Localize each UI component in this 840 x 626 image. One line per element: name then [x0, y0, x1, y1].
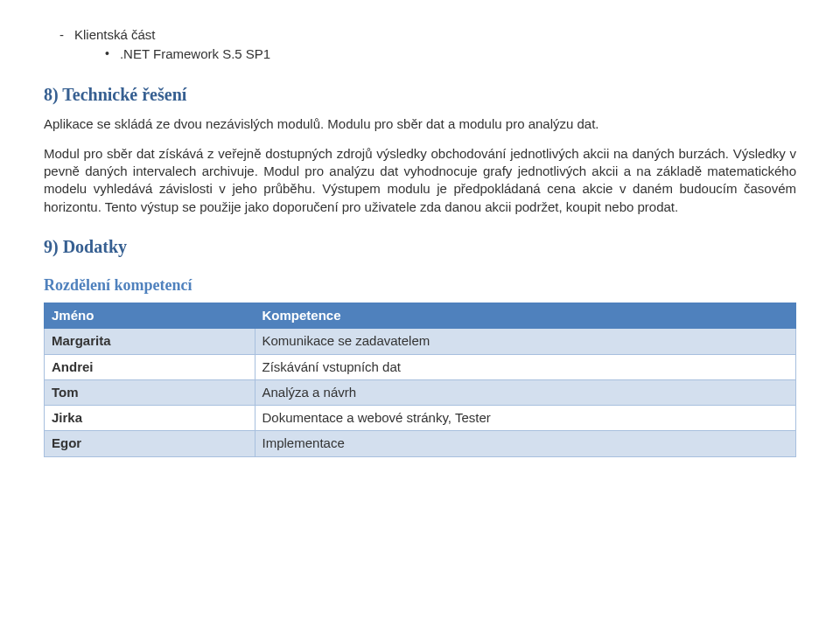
table-row: Tom Analýza a návrh [45, 379, 796, 405]
list-item-text: .NET Framework S.5 SP1 [120, 45, 270, 63]
table-cell: Jirka [45, 406, 256, 431]
dash-icon: - [60, 26, 74, 44]
list-item: .NET Framework S.5 SP1 [44, 45, 796, 63]
table-cell: Implementace [255, 431, 795, 456]
section-heading-8: 8) Technické řešení [44, 83, 796, 107]
subsection-heading: Rozdělení kompetencí [44, 275, 796, 296]
table-cell: Margarita [45, 329, 256, 354]
competency-table: Jméno Kompetence Margarita Komunikace se… [44, 303, 796, 457]
table-cell: Dokumentace a webové stránky, Tester [255, 406, 795, 431]
table-row: Margarita Komunikace se zadavatelem [45, 329, 796, 354]
table-row: Jirka Dokumentace a webové stránky, Test… [45, 406, 796, 431]
table-cell: Získávání vstupních dat [255, 354, 795, 379]
paragraph: Modul pro sběr dat získává z veřejně dos… [44, 145, 796, 216]
list-item: - Klientská část [44, 26, 796, 44]
table-header-cell: Jméno [45, 303, 256, 329]
table-header-row: Jméno Kompetence [45, 303, 796, 329]
table-cell: Tom [45, 379, 256, 405]
paragraph: Aplikace se skládá ze dvou nezávislých m… [44, 115, 796, 133]
table-cell: Andrei [45, 354, 256, 379]
table-row: Egor Implementace [45, 431, 796, 456]
list-item-text: Klientská část [74, 26, 156, 44]
table-header-cell: Kompetence [255, 303, 795, 329]
table-cell: Komunikace se zadavatelem [255, 329, 795, 354]
table-cell: Egor [45, 431, 256, 456]
table-row: Andrei Získávání vstupních dat [45, 354, 796, 379]
table-cell: Analýza a návrh [255, 379, 795, 405]
section-heading-9: 9) Dodatky [44, 235, 796, 259]
